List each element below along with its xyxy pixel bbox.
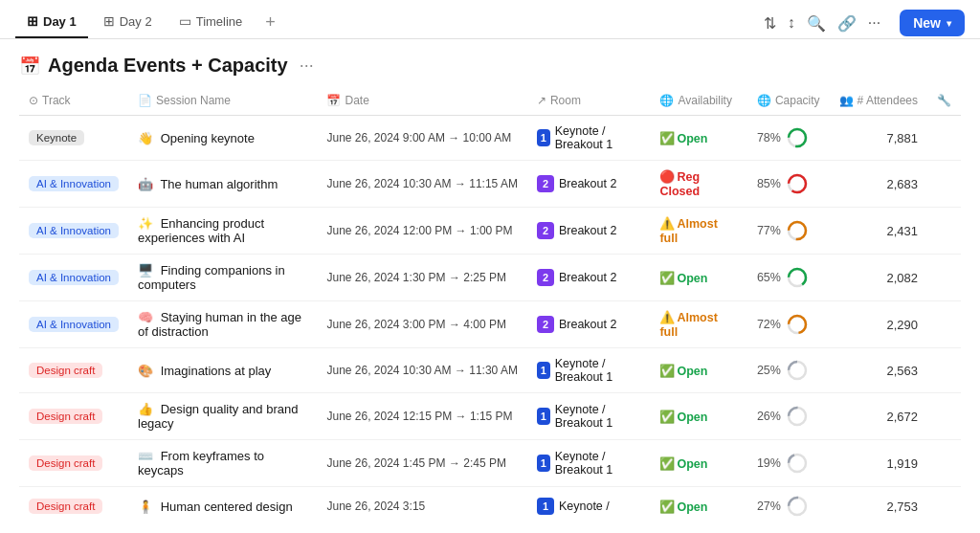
room-cell: 1 Keynote / Breakout 1: [527, 116, 650, 161]
col-room: ↗Room: [527, 86, 650, 116]
room-cell: 2 Breakout 2: [527, 301, 650, 348]
session-name: Staying human in the age of distraction: [138, 310, 301, 339]
availability-cell: ✅Open: [650, 393, 746, 440]
capacity-circle: [787, 496, 808, 517]
action-cell: [927, 440, 961, 487]
session-emoji: 🖥️: [138, 263, 153, 278]
session-name: Opening keynote: [161, 131, 255, 145]
date-cell: June 26, 2024 3:00 PM → 4:00 PM: [317, 301, 526, 348]
search-icon[interactable]: 🔍: [807, 14, 826, 33]
room-number: 1: [537, 362, 550, 379]
session-name: From keyframes to keycaps: [138, 449, 264, 477]
new-button[interactable]: New ▾: [900, 10, 965, 36]
attendees-cell: 2,082: [830, 255, 927, 301]
col-session: 📄Session Name: [128, 86, 317, 116]
capacity-cell: 85%: [747, 161, 830, 208]
table-container: ⊙Track 📄Session Name 📅Date ↗Room 🌐Availa…: [0, 86, 980, 525]
add-tab-button[interactable]: +: [257, 8, 283, 38]
capacity-percent: 27%: [757, 500, 781, 513]
session-name: Finding companions in computers: [138, 263, 285, 292]
date-cell: June 26, 2024 3:15: [317, 487, 526, 526]
date-cell: June 26, 2024 12:15 PM → 1:15 PM: [317, 393, 526, 440]
capacity-percent: 19%: [757, 456, 781, 470]
capacity-cell: 72%: [747, 301, 830, 348]
date-cell: June 26, 2024 1:30 PM → 2:25 PM: [317, 255, 526, 301]
room-badge: 1 Keynote / Breakout 1: [537, 357, 640, 384]
room-number: 1: [537, 408, 550, 425]
availability-cell: ✅Open: [650, 348, 746, 393]
session-emoji: 👍: [138, 402, 153, 416]
capacity-circle: [787, 220, 808, 241]
table-row[interactable]: Design craft 👍 Design quality and brand …: [19, 393, 961, 440]
tab-day1[interactable]: ⊞ Day 1: [15, 8, 88, 38]
table-row[interactable]: AI & Innovation 🧠 Staying human in the a…: [19, 301, 961, 348]
capacity-cell: 27%: [747, 487, 830, 526]
attendees-cell: 2,431: [830, 208, 927, 255]
session-emoji: 🤖: [138, 177, 153, 191]
tab-timeline-label: Timeline: [196, 14, 243, 29]
track-badge: AI & Innovation: [29, 223, 119, 238]
table-row[interactable]: AI & Innovation ✨ Enhancing product expe…: [19, 208, 961, 255]
capacity-cell: 78%: [747, 116, 830, 161]
table-row[interactable]: Design craft 🧍 Human centered design Jun…: [19, 487, 961, 526]
capacity-cell: 77%: [747, 208, 830, 255]
track-badge: AI & Innovation: [29, 176, 119, 191]
action-cell: [927, 393, 961, 440]
action-cell: [927, 487, 961, 526]
col-extra: 🔧: [927, 86, 961, 116]
room-label: Breakout 2: [559, 177, 616, 190]
track-cell: Design craft: [19, 440, 128, 487]
date-cell: June 26, 2024 10:30 AM → 11:30 AM: [317, 348, 526, 393]
room-label: Keynote /: [559, 500, 610, 513]
capacity-cell: 26%: [747, 393, 830, 440]
availability-cell: 🔴Reg Closed: [650, 161, 746, 208]
table-row[interactable]: Design craft ⌨️ From keyframes to keycap…: [19, 440, 961, 487]
tab-timeline[interactable]: ▭ Timeline: [167, 8, 255, 38]
table-icon: ⊞: [27, 13, 38, 29]
attendees-cell: 2,753: [830, 487, 927, 526]
tab-day2[interactable]: ⊞ Day 2: [92, 8, 164, 38]
att-col-icon: 👥: [839, 94, 854, 107]
track-badge: Design craft: [29, 363, 102, 378]
table-row[interactable]: AI & Innovation 🖥️ Finding companions in…: [19, 255, 961, 301]
session-name: Imaginations at play: [161, 364, 272, 378]
action-cell: [927, 208, 961, 255]
session-name: The human algorithm: [160, 177, 278, 191]
capacity-circle: [787, 453, 808, 474]
action-cell: [927, 348, 961, 393]
room-label: Breakout 2: [559, 224, 616, 237]
session-emoji: ⌨️: [138, 449, 153, 463]
session-name: Design quality and brand legacy: [138, 402, 298, 431]
availability-cell: ✅Open: [650, 255, 746, 301]
room-number: 2: [537, 175, 554, 192]
room-badge: 1 Keynote /: [537, 498, 610, 515]
table-row[interactable]: Design craft 🎨 Imaginations at play June…: [19, 348, 961, 393]
tab-bar: ⊞ Day 1 ⊞ Day 2 ▭ Timeline + ⇅ ↕ 🔍 🔗 ···…: [0, 0, 980, 39]
availability-cell: ⚠️Almost full: [650, 208, 746, 255]
room-badge: 1 Keynote / Breakout 1: [537, 124, 640, 151]
page-more-icon[interactable]: ···: [300, 56, 314, 76]
room-cell: 1 Keynote / Breakout 1: [527, 348, 650, 393]
cap-col-icon: 🌐: [757, 94, 771, 107]
action-cell: [927, 255, 961, 301]
session-col-icon: 📄: [138, 94, 152, 107]
events-table: ⊙Track 📄Session Name 📅Date ↗Room 🌐Availa…: [19, 86, 961, 525]
track-cell: Keynote: [19, 116, 128, 161]
room-number: 2: [537, 269, 554, 286]
link-icon[interactable]: 🔗: [837, 14, 857, 33]
attendees-cell: 2,563: [830, 348, 927, 393]
page-header: 📅 Agenda Events + Capacity ···: [0, 39, 980, 86]
sort-icon[interactable]: ↕: [788, 14, 795, 32]
filter-icon[interactable]: ⇅: [764, 14, 776, 33]
room-label: Keynote / Breakout 1: [555, 403, 641, 430]
capacity-circle: [787, 360, 808, 381]
room-cell: 1 Keynote /: [527, 487, 650, 526]
room-col-icon: ↗: [537, 94, 546, 107]
table-row[interactable]: AI & Innovation 🤖 The human algorithm Ju…: [19, 161, 961, 208]
more-icon[interactable]: ···: [868, 14, 880, 32]
action-cell: [927, 161, 961, 208]
session-cell: 👋 Opening keynote: [128, 116, 317, 161]
track-badge: Design craft: [29, 455, 102, 471]
avail-col-icon: 🌐: [659, 94, 674, 107]
table-row[interactable]: Keynote 👋 Opening keynote June 26, 2024 …: [19, 116, 961, 161]
